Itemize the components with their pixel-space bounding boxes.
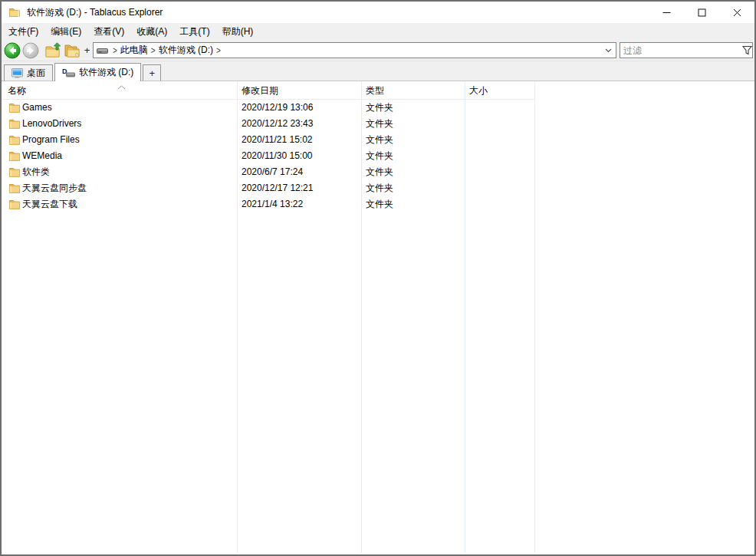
- tab-label: 软件游戏 (D:): [79, 66, 133, 79]
- drive-d-icon: D: [62, 67, 75, 77]
- up-button[interactable]: [44, 41, 63, 60]
- window-title: 软件游戏 (D:) - Tablacus Explorer: [27, 6, 163, 19]
- maximize-button[interactable]: [684, 2, 719, 23]
- file-row[interactable]: WEMedia 2020/11/30 15:00 文件夹: [2, 148, 754, 164]
- tab-drive-d-active[interactable]: D 软件游戏 (D:): [54, 63, 141, 81]
- forward-icon: [22, 42, 39, 59]
- folder-icon: [9, 134, 20, 147]
- breadcrumb-separator: >: [113, 45, 117, 55]
- folder-icon: [9, 166, 20, 179]
- folder-icon: [9, 183, 20, 196]
- file-type: 文件夹: [366, 100, 393, 116]
- folder-icon: [9, 150, 20, 163]
- breadcrumb-drive-d[interactable]: 软件游戏 (D:): [159, 44, 213, 57]
- menu-edit[interactable]: 编辑(E): [44, 23, 87, 41]
- file-date: 2020/12/12 23:43: [242, 116, 313, 132]
- tab-bar: 桌面 D 软件游戏 (D:) +: [2, 61, 754, 81]
- column-header-size[interactable]: 大小: [469, 84, 488, 97]
- file-type: 文件夹: [366, 196, 393, 212]
- back-icon: [4, 42, 21, 59]
- filter-funnel-icon[interactable]: [742, 45, 752, 55]
- minimize-button[interactable]: [649, 2, 684, 23]
- up-folder-icon: [44, 42, 63, 59]
- breadcrumb-separator: >: [216, 45, 221, 55]
- file-name: WEMedia: [22, 148, 62, 164]
- file-date: 2020/11/30 15:00: [242, 148, 313, 164]
- file-date: 2020/12/17 12:21: [242, 180, 313, 196]
- file-date: 2021/1/4 13:22: [242, 196, 303, 212]
- menu-favorites[interactable]: 收藏(A): [130, 23, 173, 41]
- folder-icon: [9, 199, 20, 212]
- folder-icon: [9, 102, 20, 115]
- chevron-down-icon: [605, 48, 612, 53]
- app-folder-icon: [8, 6, 21, 18]
- maximize-icon: [698, 8, 706, 17]
- file-row[interactable]: 软件类 2020/6/7 17:24 文件夹: [2, 164, 754, 180]
- desktop-monitor-icon: [12, 68, 23, 78]
- minimize-icon: [662, 8, 671, 17]
- breadcrumb-this-pc[interactable]: 此电脑: [120, 44, 148, 57]
- title-bar: 软件游戏 (D:) - Tablacus Explorer: [2, 2, 754, 23]
- close-button[interactable]: [719, 2, 754, 23]
- file-type: 文件夹: [366, 148, 393, 164]
- drive-icon: [97, 47, 108, 54]
- menu-help[interactable]: 帮助(H): [216, 23, 260, 41]
- tab-label: 桌面: [27, 67, 45, 80]
- toolbar: + > 此电脑 > 软件游戏 (D:) >: [2, 40, 754, 61]
- file-row[interactable]: Program Files 2020/11/21 15:02 文件夹: [2, 132, 754, 148]
- folder-icon: [9, 118, 20, 131]
- column-header-name[interactable]: 名称: [8, 84, 26, 97]
- address-dropdown-button[interactable]: [602, 43, 614, 58]
- window-controls: [649, 2, 754, 23]
- sort-ascending-icon: [117, 81, 127, 92]
- tab-desktop[interactable]: 桌面: [4, 64, 53, 81]
- folder-tree-button[interactable]: [63, 41, 81, 60]
- breadcrumb-separator: >: [151, 45, 156, 55]
- tablacus-explorer-window: 软件游戏 (D:) - Tablacus Explorer 文件(F) 编辑(E…: [0, 0, 756, 556]
- menu-tools[interactable]: 工具(T): [173, 23, 215, 41]
- file-type: 文件夹: [366, 132, 393, 148]
- folders-icon: [63, 42, 81, 59]
- file-list-pane: 名称 修改日期 类型 大小 Games 2020/12/19 13:06 文件夹…: [2, 81, 754, 554]
- file-name: Program Files: [22, 132, 80, 148]
- file-name: 软件类: [22, 164, 50, 180]
- file-date: 2020/12/19 13:06: [242, 100, 313, 116]
- forward-button[interactable]: [21, 41, 40, 60]
- file-type: 文件夹: [366, 180, 393, 196]
- column-header-type[interactable]: 类型: [366, 84, 384, 97]
- file-row[interactable]: Games 2020/12/19 13:06 文件夹: [2, 100, 754, 116]
- address-bar[interactable]: > 此电脑 > 软件游戏 (D:) >: [93, 42, 616, 58]
- file-type: 文件夹: [366, 164, 393, 180]
- file-date: 2020/11/21 15:02: [242, 132, 313, 148]
- file-type: 文件夹: [366, 116, 393, 132]
- new-tab-button[interactable]: +: [143, 64, 161, 81]
- file-rows: Games 2020/12/19 13:06 文件夹 LenovoDrivers…: [2, 100, 754, 212]
- file-name: 天翼云盘下载: [22, 196, 77, 212]
- file-row[interactable]: 天翼云盘下载 2021/1/4 13:22 文件夹: [2, 196, 754, 212]
- filter-box: [620, 42, 753, 58]
- file-row[interactable]: LenovoDrivers 2020/12/12 23:43 文件夹: [2, 116, 754, 132]
- list-header: 名称 修改日期 类型 大小: [2, 81, 754, 99]
- file-row[interactable]: 天翼云盘同步盘 2020/12/17 12:21 文件夹: [2, 180, 754, 196]
- menu-view[interactable]: 查看(V): [87, 23, 130, 41]
- file-date: 2020/6/7 17:24: [242, 164, 303, 180]
- file-name: Games: [22, 100, 52, 116]
- menu-file[interactable]: 文件(F): [2, 23, 44, 41]
- menu-bar: 文件(F) 编辑(E) 查看(V) 收藏(A) 工具(T) 帮助(H): [2, 23, 754, 40]
- file-name: 天翼云盘同步盘: [22, 180, 87, 196]
- back-button[interactable]: [3, 41, 21, 60]
- filter-input[interactable]: [620, 44, 742, 57]
- file-name: LenovoDrivers: [22, 116, 81, 132]
- column-header-date[interactable]: 修改日期: [242, 84, 278, 97]
- add-address-button[interactable]: +: [82, 44, 92, 56]
- close-icon: [733, 8, 741, 17]
